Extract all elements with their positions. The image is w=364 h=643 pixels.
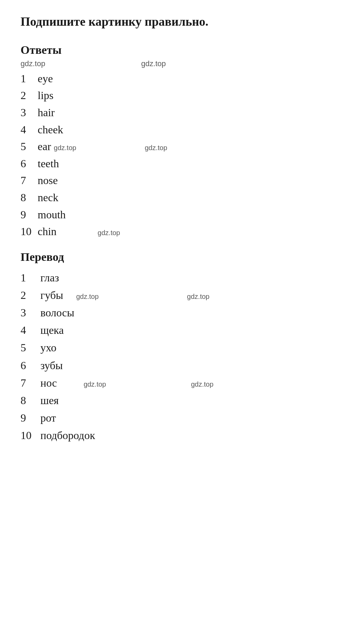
answers-section: Ответы gdz.top gdz.top 1 eye 2 lips 3	[21, 44, 343, 240]
item-text: шея	[40, 394, 59, 407]
item-number: 5	[21, 339, 38, 356]
list-item: 2 губы gdz.top gdz.top	[21, 287, 343, 304]
item-text: nose	[38, 172, 58, 189]
item-text: волосы	[40, 306, 74, 319]
item-number: 2	[21, 287, 38, 304]
list-item: 9 рот	[21, 409, 343, 427]
item-number: 4	[21, 121, 38, 138]
list-item: 7 нос gdz.top gdz.top	[21, 374, 343, 392]
watermark-inline: gdz.top	[76, 293, 99, 300]
item-number: 8	[21, 189, 38, 206]
list-item: 8 neck	[21, 189, 343, 206]
item-number: 9	[21, 409, 38, 427]
list-item: 3 hair	[21, 104, 343, 121]
answers-list: 1 eye 2 lips 3 hair 4 cheek	[21, 70, 343, 240]
item-text: ear	[38, 138, 51, 155]
translation-section: Перевод 1 глаз 2 губы gdz.top gdz.top 3	[21, 251, 343, 445]
translation-heading: Перевод	[21, 251, 343, 264]
page-title: Подпишите картинку правильно.	[21, 14, 343, 30]
list-item: 6 teeth	[21, 155, 343, 172]
list-item: 5 ear gdz.top gdz.top	[21, 138, 343, 155]
list-item: 1 eye	[21, 70, 343, 87]
item-text: нос	[40, 377, 57, 389]
item-text: teeth	[38, 155, 59, 172]
item-text: щека	[40, 324, 64, 336]
item-text: ухо	[40, 341, 57, 354]
list-item: 4 cheek	[21, 121, 343, 138]
item-text: lips	[38, 87, 53, 104]
item-number: 10	[21, 427, 38, 444]
item-number: 5	[21, 138, 38, 155]
item-number: 8	[21, 392, 38, 409]
item-text: eye	[38, 70, 53, 87]
watermark-inline2: gdz.top	[187, 293, 210, 300]
list-item: 4 щека	[21, 322, 343, 339]
list-item: 9 mouth	[21, 206, 343, 223]
item-text: глаз	[40, 271, 59, 284]
list-item: 3 волосы	[21, 304, 343, 322]
item-number: 9	[21, 206, 38, 223]
watermark-inline: gdz.top	[84, 380, 106, 388]
item-number: 3	[21, 304, 38, 322]
item-number: 4	[21, 322, 38, 339]
item-text: рот	[40, 412, 56, 424]
item-text: hair	[38, 104, 55, 121]
list-item: 8 шея	[21, 392, 343, 409]
list-item: 1 глаз	[21, 269, 343, 287]
answers-heading: Ответы	[21, 44, 343, 57]
list-item: 10 chin gdz.top	[21, 223, 343, 240]
item-text: зубы	[40, 359, 63, 372]
item-number: 3	[21, 104, 38, 121]
page-wrapper: Подпишите картинку правильно. Ответы gdz…	[21, 14, 343, 445]
item-number: 1	[21, 269, 38, 287]
item-number: 7	[21, 172, 38, 189]
item-number: 7	[21, 374, 38, 392]
watermark-2: gdz.top	[141, 59, 166, 68]
item-text: chin	[38, 223, 57, 240]
watermark-inline2: gdz.top	[191, 380, 214, 388]
item-number: 6	[21, 357, 38, 374]
watermark-1: gdz.top	[21, 59, 45, 68]
list-item: 2 lips	[21, 87, 343, 104]
watermark-inline: gdz.top	[54, 143, 76, 153]
translation-list: 1 глаз 2 губы gdz.top gdz.top 3 волосы	[21, 269, 343, 445]
watermark-inline2: gdz.top	[145, 143, 167, 153]
list-item: 5 ухо	[21, 339, 343, 356]
list-item: 7 nose	[21, 172, 343, 189]
watermark-chin: gdz.top	[98, 228, 120, 238]
item-text: cheek	[38, 121, 63, 138]
item-text: подбородок	[40, 429, 95, 441]
item-number: 10	[21, 223, 38, 240]
item-number: 2	[21, 87, 38, 104]
item-text: губы	[40, 289, 63, 301]
list-item: 10 подбородок	[21, 427, 343, 444]
watermark-row-top: gdz.top gdz.top	[21, 59, 343, 68]
item-text: neck	[38, 189, 58, 206]
list-item: 6 зубы	[21, 357, 343, 374]
item-number: 1	[21, 70, 38, 87]
item-number: 6	[21, 155, 38, 172]
item-text: mouth	[38, 206, 66, 223]
